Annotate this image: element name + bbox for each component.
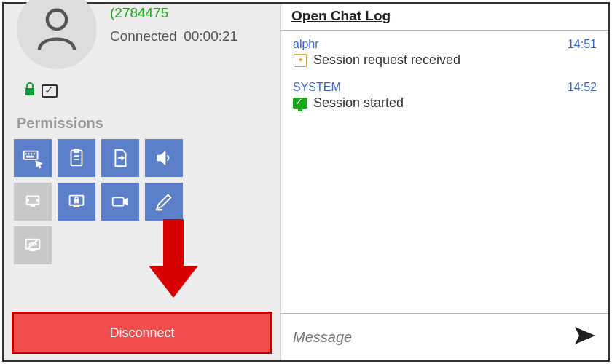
svg-point-3 <box>28 153 29 154</box>
chat-entry: SYSTEM 14:52 Session started <box>293 81 597 111</box>
perm-privacy-screen[interactable] <box>14 226 52 264</box>
connected-status: Connected 00:00:21 <box>110 28 238 44</box>
chat-entry-time: 14:52 <box>568 81 597 94</box>
perm-lock-desk[interactable] <box>58 183 95 221</box>
chat-panel: Open Chat Log alphr 14:51 ✦ Session requ… <box>280 4 608 360</box>
monitor-ok-icon <box>293 97 307 110</box>
perm-whiteboard[interactable] <box>145 183 183 221</box>
perm-clipboard[interactable] <box>58 139 95 177</box>
session-id: (2784475 <box>110 5 238 21</box>
svg-point-4 <box>31 153 32 154</box>
status-icons <box>4 69 280 106</box>
avatar <box>17 0 97 69</box>
svg-rect-12 <box>31 205 35 207</box>
switch-sides-icon <box>22 191 44 213</box>
permissions-label: Permissions <box>4 106 280 139</box>
chat-entry: alphr 14:51 ✦ Session request received <box>293 38 597 68</box>
svg-rect-19 <box>30 249 36 251</box>
person-icon <box>31 4 82 55</box>
svg-rect-1 <box>24 151 38 159</box>
send-button[interactable] <box>573 325 597 349</box>
svg-rect-16 <box>113 197 124 205</box>
profile-row: (2784475 Connected 00:00:21 <box>4 4 280 69</box>
clipboard-icon <box>66 147 87 169</box>
chat-entry-text: Session started <box>313 95 404 111</box>
svg-rect-14 <box>74 205 79 207</box>
svg-point-0 <box>47 10 66 29</box>
file-transfer-icon <box>109 147 131 169</box>
svg-rect-6 <box>27 156 34 157</box>
monitor-check-icon <box>42 84 58 98</box>
svg-rect-15 <box>74 199 79 203</box>
privacy-screen-icon <box>22 234 44 256</box>
lock-screen-icon <box>66 191 87 213</box>
chat-entry-text: Session request received <box>313 52 460 68</box>
badge-icon: ✦ <box>293 54 307 67</box>
perm-switch-sides[interactable] <box>14 183 52 221</box>
lock-icon <box>24 82 36 99</box>
speaker-icon <box>153 147 175 169</box>
perm-file-transfer[interactable] <box>101 139 139 177</box>
chat-entry-name: SYSTEM <box>293 81 341 94</box>
connection-info: (2784475 Connected 00:00:21 <box>110 4 238 69</box>
svg-rect-8 <box>74 149 79 153</box>
chat-log-header[interactable]: Open Chat Log <box>281 4 608 31</box>
send-icon <box>573 325 597 346</box>
chat-message-input[interactable] <box>293 329 566 346</box>
chat-entry-name: alphr <box>293 38 319 51</box>
perm-audio[interactable] <box>145 139 183 177</box>
chat-entry-time: 14:51 <box>568 38 597 51</box>
svg-point-5 <box>34 153 35 154</box>
chat-body: alphr 14:51 ✦ Session request received S… <box>281 31 608 313</box>
whiteboard-icon <box>153 191 175 213</box>
disconnect-button[interactable]: Disconnect <box>12 312 272 353</box>
perm-record[interactable] <box>101 183 139 221</box>
svg-point-2 <box>26 153 27 154</box>
session-panel: (2784475 Connected 00:00:21 Permissions <box>4 4 280 360</box>
chat-input-row <box>281 313 608 360</box>
keyboard-mouse-icon <box>22 147 44 169</box>
record-icon <box>109 191 131 213</box>
permissions-grid <box>4 139 230 264</box>
perm-keyboard-mouse[interactable] <box>14 139 52 177</box>
